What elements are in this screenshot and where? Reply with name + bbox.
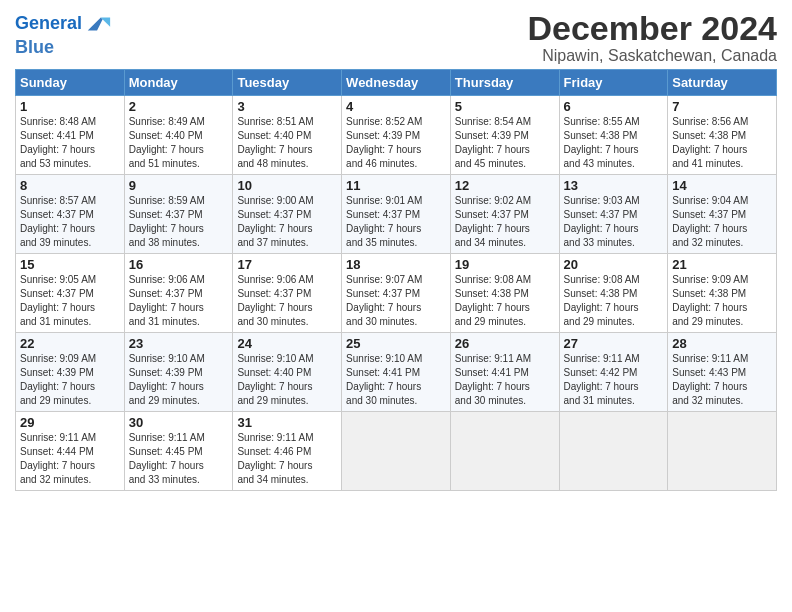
cell-text: Sunrise: 9:08 AMSunset: 4:38 PMDaylight:… [455, 274, 531, 327]
day-number: 26 [455, 336, 555, 351]
cell-text: Sunrise: 9:11 AMSunset: 4:43 PMDaylight:… [672, 353, 748, 406]
cell-text: Sunrise: 8:49 AMSunset: 4:40 PMDaylight:… [129, 116, 205, 169]
logo-icon [84, 10, 112, 38]
day-number: 20 [564, 257, 664, 272]
cell-text: Sunrise: 9:07 AMSunset: 4:37 PMDaylight:… [346, 274, 422, 327]
day-cell: 22Sunrise: 9:09 AMSunset: 4:39 PMDayligh… [16, 333, 125, 412]
header-row: SundayMondayTuesdayWednesdayThursdayFrid… [16, 70, 777, 96]
day-cell: 12Sunrise: 9:02 AMSunset: 4:37 PMDayligh… [450, 175, 559, 254]
day-cell: 30Sunrise: 9:11 AMSunset: 4:45 PMDayligh… [124, 412, 233, 491]
cell-text: Sunrise: 9:09 AMSunset: 4:38 PMDaylight:… [672, 274, 748, 327]
cell-text: Sunrise: 9:11 AMSunset: 4:42 PMDaylight:… [564, 353, 640, 406]
day-number: 9 [129, 178, 229, 193]
col-header-tuesday: Tuesday [233, 70, 342, 96]
day-cell: 10Sunrise: 9:00 AMSunset: 4:37 PMDayligh… [233, 175, 342, 254]
day-cell: 15Sunrise: 9:05 AMSunset: 4:37 PMDayligh… [16, 254, 125, 333]
day-number: 15 [20, 257, 120, 272]
col-header-monday: Monday [124, 70, 233, 96]
day-cell: 28Sunrise: 9:11 AMSunset: 4:43 PMDayligh… [668, 333, 777, 412]
cell-text: Sunrise: 8:57 AMSunset: 4:37 PMDaylight:… [20, 195, 96, 248]
day-cell [342, 412, 451, 491]
day-number: 16 [129, 257, 229, 272]
week-row-4: 22Sunrise: 9:09 AMSunset: 4:39 PMDayligh… [16, 333, 777, 412]
cell-text: Sunrise: 9:11 AMSunset: 4:45 PMDaylight:… [129, 432, 205, 485]
week-row-1: 1Sunrise: 8:48 AMSunset: 4:41 PMDaylight… [16, 96, 777, 175]
col-header-saturday: Saturday [668, 70, 777, 96]
col-header-friday: Friday [559, 70, 668, 96]
header: General Blue December 2024 Nipawin, Sask… [15, 10, 777, 65]
cell-text: Sunrise: 8:56 AMSunset: 4:38 PMDaylight:… [672, 116, 748, 169]
cell-text: Sunrise: 9:06 AMSunset: 4:37 PMDaylight:… [129, 274, 205, 327]
day-cell: 1Sunrise: 8:48 AMSunset: 4:41 PMDaylight… [16, 96, 125, 175]
day-number: 10 [237, 178, 337, 193]
title-block: December 2024 Nipawin, Saskatchewan, Can… [527, 10, 777, 65]
day-number: 11 [346, 178, 446, 193]
logo-text: General [15, 14, 82, 34]
cell-text: Sunrise: 8:59 AMSunset: 4:37 PMDaylight:… [129, 195, 205, 248]
day-cell [668, 412, 777, 491]
day-number: 12 [455, 178, 555, 193]
cell-text: Sunrise: 9:10 AMSunset: 4:41 PMDaylight:… [346, 353, 422, 406]
day-number: 21 [672, 257, 772, 272]
day-cell: 20Sunrise: 9:08 AMSunset: 4:38 PMDayligh… [559, 254, 668, 333]
day-cell: 7Sunrise: 8:56 AMSunset: 4:38 PMDaylight… [668, 96, 777, 175]
cell-text: Sunrise: 9:09 AMSunset: 4:39 PMDaylight:… [20, 353, 96, 406]
day-number: 3 [237, 99, 337, 114]
day-number: 18 [346, 257, 446, 272]
day-cell: 25Sunrise: 9:10 AMSunset: 4:41 PMDayligh… [342, 333, 451, 412]
day-number: 23 [129, 336, 229, 351]
cell-text: Sunrise: 8:54 AMSunset: 4:39 PMDaylight:… [455, 116, 531, 169]
day-cell: 16Sunrise: 9:06 AMSunset: 4:37 PMDayligh… [124, 254, 233, 333]
cell-text: Sunrise: 9:11 AMSunset: 4:46 PMDaylight:… [237, 432, 313, 485]
day-cell: 4Sunrise: 8:52 AMSunset: 4:39 PMDaylight… [342, 96, 451, 175]
cell-text: Sunrise: 9:00 AMSunset: 4:37 PMDaylight:… [237, 195, 313, 248]
month-title: December 2024 [527, 10, 777, 47]
day-cell: 17Sunrise: 9:06 AMSunset: 4:37 PMDayligh… [233, 254, 342, 333]
cell-text: Sunrise: 8:48 AMSunset: 4:41 PMDaylight:… [20, 116, 96, 169]
week-row-2: 8Sunrise: 8:57 AMSunset: 4:37 PMDaylight… [16, 175, 777, 254]
col-header-thursday: Thursday [450, 70, 559, 96]
logo: General Blue [15, 10, 112, 58]
day-number: 27 [564, 336, 664, 351]
day-cell: 24Sunrise: 9:10 AMSunset: 4:40 PMDayligh… [233, 333, 342, 412]
day-cell: 27Sunrise: 9:11 AMSunset: 4:42 PMDayligh… [559, 333, 668, 412]
week-row-5: 29Sunrise: 9:11 AMSunset: 4:44 PMDayligh… [16, 412, 777, 491]
day-number: 31 [237, 415, 337, 430]
day-number: 8 [20, 178, 120, 193]
day-cell: 3Sunrise: 8:51 AMSunset: 4:40 PMDaylight… [233, 96, 342, 175]
day-cell [450, 412, 559, 491]
cell-text: Sunrise: 9:10 AMSunset: 4:39 PMDaylight:… [129, 353, 205, 406]
cell-text: Sunrise: 9:06 AMSunset: 4:37 PMDaylight:… [237, 274, 313, 327]
day-number: 2 [129, 99, 229, 114]
day-number: 14 [672, 178, 772, 193]
day-cell: 18Sunrise: 9:07 AMSunset: 4:37 PMDayligh… [342, 254, 451, 333]
day-cell: 2Sunrise: 8:49 AMSunset: 4:40 PMDaylight… [124, 96, 233, 175]
day-number: 28 [672, 336, 772, 351]
day-cell [559, 412, 668, 491]
day-cell: 31Sunrise: 9:11 AMSunset: 4:46 PMDayligh… [233, 412, 342, 491]
day-number: 22 [20, 336, 120, 351]
day-number: 5 [455, 99, 555, 114]
cell-text: Sunrise: 9:11 AMSunset: 4:41 PMDaylight:… [455, 353, 531, 406]
day-number: 17 [237, 257, 337, 272]
cell-text: Sunrise: 8:55 AMSunset: 4:38 PMDaylight:… [564, 116, 640, 169]
svg-marker-1 [101, 17, 110, 26]
day-number: 4 [346, 99, 446, 114]
location: Nipawin, Saskatchewan, Canada [527, 47, 777, 65]
day-cell: 9Sunrise: 8:59 AMSunset: 4:37 PMDaylight… [124, 175, 233, 254]
day-cell: 23Sunrise: 9:10 AMSunset: 4:39 PMDayligh… [124, 333, 233, 412]
day-number: 30 [129, 415, 229, 430]
week-row-3: 15Sunrise: 9:05 AMSunset: 4:37 PMDayligh… [16, 254, 777, 333]
col-header-wednesday: Wednesday [342, 70, 451, 96]
day-number: 6 [564, 99, 664, 114]
cell-text: Sunrise: 9:03 AMSunset: 4:37 PMDaylight:… [564, 195, 640, 248]
day-cell: 6Sunrise: 8:55 AMSunset: 4:38 PMDaylight… [559, 96, 668, 175]
day-number: 13 [564, 178, 664, 193]
day-number: 1 [20, 99, 120, 114]
cell-text: Sunrise: 9:01 AMSunset: 4:37 PMDaylight:… [346, 195, 422, 248]
day-cell: 29Sunrise: 9:11 AMSunset: 4:44 PMDayligh… [16, 412, 125, 491]
day-cell: 13Sunrise: 9:03 AMSunset: 4:37 PMDayligh… [559, 175, 668, 254]
cell-text: Sunrise: 8:52 AMSunset: 4:39 PMDaylight:… [346, 116, 422, 169]
cell-text: Sunrise: 9:10 AMSunset: 4:40 PMDaylight:… [237, 353, 313, 406]
day-number: 7 [672, 99, 772, 114]
